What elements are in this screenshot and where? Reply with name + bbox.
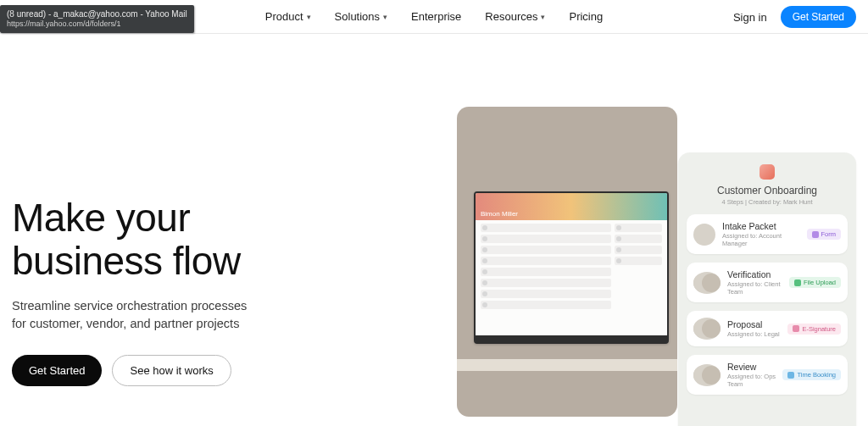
onboarding-card: Customer Onboarding 4 Steps | Created by… [678,152,856,426]
chevron-down-icon: ▾ [541,13,545,21]
monitor-username: Bimon Miller [481,210,518,218]
app-icon [760,164,775,180]
hero-sub-line2: for customer, vendor, and partner projec… [12,317,239,330]
chevron-down-icon: ▾ [383,13,387,21]
main-nav: Product ▾ Solutions ▾ Enterprise Resourc… [265,10,603,23]
badge-label: File Upload [804,279,836,286]
step-title: Intake Packet [722,221,800,231]
browser-tab-hint: (8 unread) - a_makac@yahoo.com - Yahoo M… [0,5,194,33]
desk-shelf [457,359,677,371]
avatar [693,364,721,386]
tab-hint-title: (8 unread) - a_makac@yahoo.com - Yahoo M… [7,8,187,19]
step-title: Proposal [727,319,781,329]
step-text: VerificationAssigned to: Client Team [727,269,782,296]
step-badge: File Upload [789,277,841,288]
hero-section: Make your business flow Streamline servi… [0,34,868,386]
step-text: ProposalAssigned to: Legal [727,319,781,338]
badge-label: Form [821,230,837,238]
monitor-row [615,235,662,243]
hero-title-line2: business flow [12,239,241,283]
signin-link[interactable]: Sign in [733,11,767,24]
step-text: ReviewAssigned to: Ops Team [727,362,776,388]
badge-label: E-Signature [802,325,836,333]
hero-photo: Bimon Miller [457,107,677,417]
nav-enterprise-label: Enterprise [411,10,461,23]
badge-icon [794,279,801,286]
avatar [693,318,721,340]
hero-copy: Make your business flow Streamline servi… [12,61,368,386]
nav-pricing[interactable]: Pricing [569,10,603,23]
nav-solutions-label: Solutions [335,10,380,23]
monitor-row [481,290,611,298]
hero-sub-line1: Streamline service orchestration process… [12,299,247,313]
nav-enterprise[interactable]: Enterprise [411,10,461,23]
monitor-row [481,301,611,309]
nav-resources-label: Resources [485,10,537,23]
step-badge: E-Signature [787,324,841,335]
nav-pricing-label: Pricing [569,10,603,23]
monitor-row [481,279,611,287]
hero-visual: Bimon Miller [368,61,868,386]
hero-title: Make your business flow [12,196,368,282]
monitor-row [615,246,662,254]
nav-resources[interactable]: Resources ▾ [485,10,545,23]
avatar [693,272,721,294]
step-review[interactable]: ReviewAssigned to: Ops TeamTime Booking [687,355,848,395]
hero-see-how-button[interactable]: See how it works [112,355,231,386]
nav-product[interactable]: Product ▾ [265,10,311,23]
hero-cta-group: Get Started See how it works [12,355,368,386]
step-subtitle: Assigned to: Legal [727,330,781,338]
step-subtitle: Assigned to: Ops Team [727,373,776,388]
monitor-header-gradient: Bimon Miller [476,193,667,220]
get-started-button[interactable]: Get Started [781,6,856,28]
hero-subtitle: Streamline service orchestration process… [12,297,275,333]
product-monitor: Bimon Miller [474,191,669,344]
nav-solutions[interactable]: Solutions ▾ [335,10,387,23]
step-title: Verification [727,269,782,279]
nav-product-label: Product [265,10,303,23]
monitor-row [481,257,611,265]
step-intake-packet[interactable]: Intake PacketAssigned to: Account Manage… [687,214,848,254]
chevron-down-icon: ▾ [307,13,311,21]
step-badge: Form [807,229,842,240]
monitor-body [476,220,667,315]
badge-icon [793,325,799,332]
card-meta: 4 Steps | Created by: Mark Hunt [687,198,848,206]
step-proposal[interactable]: ProposalAssigned to: LegalE-Signature [687,311,848,346]
monitor-row [481,224,611,232]
monitor-row [615,224,662,232]
header-actions: Sign in Get Started [733,0,856,34]
step-subtitle: Assigned to: Account Manager [722,232,800,247]
badge-icon [787,372,794,379]
monitor-row [481,268,611,276]
card-title: Customer Onboarding [687,185,848,196]
monitor-row [481,235,611,243]
badge-icon [812,231,819,238]
step-badge: Time Booking [782,369,841,380]
monitor-row [481,246,611,254]
badge-label: Time Booking [797,371,836,379]
step-subtitle: Assigned to: Client Team [727,280,782,296]
hero-get-started-button[interactable]: Get Started [12,355,102,386]
step-verification[interactable]: VerificationAssigned to: Client TeamFile… [687,263,848,302]
step-title: Review [727,362,776,372]
tab-hint-url: https://mail.yahoo.com/d/folders/1 [7,19,187,30]
monitor-row [615,257,662,265]
step-text: Intake PacketAssigned to: Account Manage… [722,221,800,247]
hero-title-line1: Make your [12,196,190,240]
avatar [693,224,715,246]
